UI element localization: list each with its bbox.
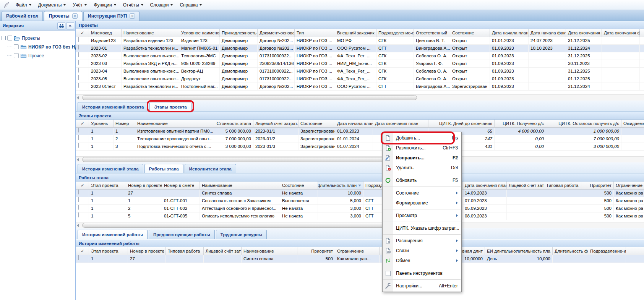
close-icon[interactable]: × — [72, 13, 78, 19]
column-header[interactable]: Дата начала план. — [490, 29, 529, 37]
column-header[interactable]: Длительность план — [318, 182, 363, 189]
row-checkbox[interactable] — [78, 143, 79, 148]
h-scrollbar[interactable] — [76, 94, 644, 101]
window-tab-pup-instructions[interactable]: Инструкции ПУП× — [83, 11, 140, 21]
row-checkbox[interactable] — [78, 83, 79, 88]
h-scrollbar[interactable] — [76, 222, 644, 228]
column-header[interactable]: Состояние — [280, 182, 318, 189]
column-header[interactable]: Лицевой счёт затрат. — [253, 120, 298, 127]
tree-checkbox[interactable] — [7, 36, 12, 41]
column-header[interactable]: Дата окончания пл — [566, 29, 602, 37]
column-header[interactable]: Тип — [295, 29, 335, 37]
row-checkbox[interactable] — [78, 68, 79, 73]
column-header[interactable]: Этап проекта — [89, 182, 126, 189]
column-header[interactable]: Мнемокод — [89, 29, 122, 37]
table-row[interactable]: 2023-03Разработка ЭКД и РКД н...905-U020… — [76, 60, 644, 68]
context-menu-item-settings[interactable]: Настройки...Alt+Enter — [383, 281, 461, 291]
column-header[interactable]: Лицевой счёт затр — [204, 247, 242, 255]
column-header[interactable]: Подразделение-ис — [588, 247, 626, 255]
table-row[interactable]: 2023-02Выполнение опытно-конс...Технолог… — [76, 52, 644, 60]
context-menu-item-extensions[interactable]: Расширения — [383, 236, 461, 246]
context-menu-item-citk-cost-code[interactable]: ЦИТК. Указать шифр затрат... — [383, 223, 461, 233]
row-checkbox[interactable] — [78, 52, 79, 57]
collapse-button[interactable]: « — [66, 22, 74, 29]
row-checkbox[interactable] — [78, 75, 79, 80]
row-checkbox[interactable] — [78, 255, 79, 260]
context-menu-item-formation[interactable]: Формирование — [383, 198, 461, 208]
tab-project-stages[interactable]: Этапы проекта — [149, 102, 191, 111]
row-checkbox[interactable] — [78, 60, 79, 65]
tab-labor-resources[interactable]: Трудовые ресурсы — [216, 230, 267, 239]
context-menu-item-toolbar-toggle[interactable]: Панель инструментов — [383, 268, 461, 278]
table-row[interactable]: 12Тестирование произведенной опыт...7 00… — [76, 135, 644, 143]
column-header[interactable]: Стоимость этапа — [216, 120, 253, 127]
tree-item-projects-root[interactable]: Проекты — [2, 34, 74, 42]
table-row[interactable]: 127Синтез сплаваНе начата10,00014.09.202… — [76, 190, 644, 197]
column-header[interactable]: ✓ — [76, 120, 89, 127]
column-header[interactable]: Ограничение — [335, 247, 380, 255]
column-header[interactable]: ЦИТК. Получено д/с — [495, 120, 546, 127]
scrollbar-thumb[interactable] — [82, 95, 417, 100]
row-checkbox[interactable] — [78, 205, 79, 210]
window-tab-projects[interactable]: Проекты× — [44, 11, 82, 21]
column-header[interactable]: ЦИТК. Осталось получить д/с — [546, 120, 621, 127]
context-menu-item-edit[interactable]: Исправить...F2 — [383, 153, 461, 163]
column-header[interactable]: Приоритет — [297, 247, 335, 255]
column-header[interactable]: Номер в проекте — [128, 247, 166, 255]
window-tab-desktop[interactable]: Рабочий стол — [2, 11, 43, 21]
context-menu-item-refresh[interactable]: ОбновитьF5 — [383, 175, 461, 185]
column-header[interactable]: Условное наименова — [179, 29, 220, 37]
column-header[interactable]: Номер в проекте — [126, 182, 162, 189]
column-header[interactable]: Дата начала факт. — [529, 29, 566, 37]
scroll-left-icon[interactable] — [77, 96, 79, 100]
tab-project-change-history[interactable]: История изменений проекта — [78, 102, 148, 111]
column-header[interactable]: Этап проекта — [89, 247, 128, 255]
column-header[interactable]: Приоритет — [581, 182, 614, 189]
column-header[interactable]: Уровень — [89, 120, 114, 127]
column-header[interactable]: ✓ — [76, 29, 89, 37]
context-menu-item-state[interactable]: Состояние — [383, 188, 461, 198]
menubar-item-reports[interactable]: Отчёты — [120, 1, 147, 9]
column-header[interactable]: Дата начала план — [335, 120, 373, 127]
column-header[interactable]: Наименование — [122, 29, 179, 37]
row-checkbox[interactable] — [78, 190, 79, 195]
tab-preceding-works[interactable]: Предшествующие работы — [149, 230, 215, 239]
menubar-item-dictionaries[interactable]: Словари — [147, 1, 177, 9]
menubar-item-functions[interactable]: Функции — [90, 1, 119, 9]
column-header[interactable]: Подразделение-от — [376, 29, 414, 37]
table-row[interactable]: 2023-05Выполнение опытно-конс...Дредноут… — [76, 75, 644, 83]
column-header[interactable]: Ожидаемые — [621, 120, 644, 127]
table-row[interactable]: 11Изготовление опытной партии ПМ0...5 00… — [76, 128, 644, 135]
column-header[interactable]: Длительность фак — [553, 247, 588, 255]
column-header[interactable]: Ответственный — [414, 29, 450, 37]
column-header[interactable]: Типовая работа — [544, 182, 581, 189]
row-checkbox[interactable] — [78, 197, 79, 202]
menubar-item-documents[interactable]: Документы — [35, 1, 70, 9]
context-menu-item-links[interactable]: Связи — [383, 246, 461, 256]
row-checkbox[interactable] — [78, 37, 79, 42]
column-header[interactable]: Типовая работа — [166, 247, 204, 255]
close-icon[interactable]: × — [130, 13, 135, 19]
menubar-item-accounting[interactable]: Учёт — [69, 1, 90, 9]
column-header[interactable]: Номер — [114, 120, 135, 127]
row-checkbox[interactable] — [78, 128, 79, 133]
table-row[interactable]: 2023-04Выполнение опытно-конс...Вектор-А… — [76, 68, 644, 75]
tab-work-change-history[interactable]: История изменений работы — [78, 230, 148, 239]
table-row[interactable]: 1201-СГТ-002Аттестация основного и приме… — [76, 205, 644, 212]
column-header[interactable]: Наименование — [242, 247, 297, 255]
search-button[interactable] — [57, 22, 65, 29]
column-header[interactable]: ✓ — [76, 182, 89, 189]
h-scrollbar[interactable] — [76, 156, 644, 162]
column-header[interactable]: Ограничение — [614, 182, 643, 189]
column-header[interactable]: ЕИ длительности — [485, 247, 517, 255]
column-header[interactable]: Дата окончания план — [373, 120, 428, 127]
context-menu-item-delete[interactable]: УдалитьDel — [383, 163, 461, 173]
row-checkbox[interactable] — [78, 45, 79, 50]
tab-stage-executors[interactable]: Исполнители этапа — [185, 164, 236, 173]
column-header[interactable]: ЦИТК. Дней до окончания — [428, 120, 495, 127]
row-checkbox[interactable] — [78, 212, 79, 217]
column-header[interactable]: Лицевой счёт затр — [507, 182, 544, 189]
table-row[interactable]: 2023-01тестРазработка технологии и...Пос… — [76, 83, 644, 91]
menubar-item-file[interactable]: Файл — [12, 1, 35, 9]
column-header[interactable]: Документ-основан — [258, 29, 295, 37]
